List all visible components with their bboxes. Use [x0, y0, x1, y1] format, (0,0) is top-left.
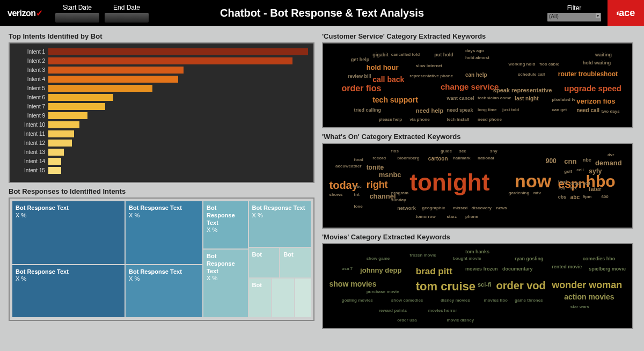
cloud-word[interactable]: upgrade speed — [564, 84, 621, 93]
cloud-word[interactable]: pixelated tv — [552, 97, 575, 102]
cloud-word[interactable]: missed — [453, 206, 468, 210]
cloud-word[interactable]: 900 — [546, 157, 557, 165]
bar[interactable] — [48, 158, 61, 165]
bar[interactable] — [48, 57, 292, 64]
cloud-word[interactable]: accuweather — [335, 164, 361, 169]
cloud-word[interactable]: two days — [601, 109, 619, 114]
bar[interactable] — [48, 67, 184, 74]
cloud-word[interactable]: just told — [502, 107, 519, 112]
cloud-word[interactable]: bloomberg — [397, 156, 419, 160]
cloud-word[interactable]: movies horror — [428, 308, 457, 313]
bar[interactable] — [48, 140, 72, 147]
bar[interactable] — [48, 85, 152, 92]
cloud-word[interactable]: game thrones — [515, 298, 543, 303]
cloud-word[interactable]: nbc — [583, 157, 591, 163]
cloud-word[interactable]: want cancel — [447, 96, 474, 101]
cloud-word[interactable]: can help — [465, 72, 487, 78]
cloud-word[interactable]: 9pm — [583, 194, 591, 199]
cloud-word[interactable]: usa 7 — [342, 266, 353, 271]
cloud-word[interactable]: cbs — [558, 194, 567, 200]
cloud-word[interactable]: fios cable — [539, 62, 559, 67]
tree-cell[interactable]: Bot — [249, 248, 280, 277]
cloud-word[interactable]: 600 — [601, 194, 608, 199]
cloud-word[interactable]: starz — [447, 214, 457, 219]
bar[interactable] — [48, 112, 87, 119]
cloud-word[interactable]: representative phone — [409, 74, 453, 78]
tree-cell[interactable]: Bot Response TextX % — [203, 250, 248, 317]
bar[interactable] — [48, 130, 74, 137]
cloud-word[interactable]: fox — [570, 186, 577, 191]
cloud-word[interactable]: phone — [465, 214, 478, 219]
cloud-word[interactable]: sunday — [391, 198, 406, 202]
bar[interactable] — [48, 48, 308, 55]
cloud-word[interactable]: later — [589, 186, 601, 192]
bar[interactable] — [48, 149, 64, 156]
cloud-word[interactable]: syfy — [589, 167, 602, 175]
cloud-word[interactable]: ryan gosling — [515, 256, 544, 261]
cloud-word[interactable]: schedule call — [518, 72, 545, 77]
cloud-word[interactable]: put hold — [434, 52, 453, 57]
cloud-word[interactable]: change service — [441, 82, 499, 91]
cloud-word[interactable]: call back — [372, 75, 404, 84]
cloud-word[interactable]: show game — [367, 256, 390, 261]
cloud-word[interactable]: via phone — [409, 117, 429, 122]
cloud-word[interactable]: record — [372, 156, 386, 160]
cloud-word[interactable]: sci-fi — [478, 281, 492, 288]
cloud-word[interactable]: order vod — [570, 181, 590, 186]
bar[interactable] — [48, 94, 113, 101]
cloud-word[interactable]: cancelled told — [391, 52, 420, 57]
cloud-word[interactable]: hold almost — [465, 55, 489, 60]
cloud-word[interactable]: geographic — [422, 206, 445, 210]
cloud-word[interactable]: rented movie — [552, 264, 582, 269]
cloud-word[interactable]: hold hour — [367, 63, 399, 71]
cloud-word[interactable]: need speak — [447, 107, 473, 113]
tree-cell[interactable]: Bot Response TextX % — [249, 201, 311, 247]
cloud-word[interactable]: working hold — [509, 62, 536, 67]
tree-cell[interactable]: Bot Response TextX % — [203, 201, 248, 248]
cloud-word[interactable]: 700 — [558, 186, 565, 191]
cloud-word[interactable]: wonder woman — [552, 280, 622, 291]
cloud-word[interactable]: waiting — [595, 52, 612, 57]
cloud-word[interactable]: brad pitt — [416, 266, 452, 277]
cloud-word[interactable]: tonight — [409, 169, 489, 196]
cloud-word[interactable]: sny — [490, 149, 497, 153]
cloud-word[interactable]: right — [367, 179, 388, 191]
cloud-word[interactable]: tom hanks — [465, 249, 489, 254]
cloud-word[interactable]: tonite — [367, 164, 384, 171]
cloud-word[interactable]: order fios — [342, 84, 382, 93]
bar[interactable] — [48, 76, 178, 83]
cloud-word[interactable]: johnny depp — [360, 266, 401, 274]
cloud-word[interactable]: action movies — [564, 292, 614, 301]
cloud-word[interactable]: review bill — [348, 74, 371, 79]
cloud-word[interactable]: golf — [564, 169, 572, 174]
cloud-word[interactable]: shows — [330, 192, 343, 197]
cloud-word[interactable]: guide — [441, 149, 452, 153]
cloud-word[interactable]: please help — [379, 117, 402, 122]
cloud-word[interactable]: can get — [552, 107, 567, 112]
cloud-word[interactable]: fios — [391, 149, 399, 153]
cloud-word[interactable]: speak representative — [493, 87, 552, 93]
cloud-word[interactable]: food — [354, 157, 363, 162]
cloud-word[interactable]: msnbc — [379, 171, 401, 179]
cloud-word[interactable]: tech support — [372, 96, 418, 104]
cloud-word[interactable]: documentary — [502, 266, 533, 272]
cloud-word[interactable]: see — [459, 149, 466, 153]
tree-cell[interactable]: Bot Response TextX % — [12, 265, 125, 318]
cloud-word[interactable]: need call — [576, 107, 599, 113]
tree-cell[interactable]: Bot Response TextX % — [126, 201, 202, 264]
cloud-word[interactable]: discovery — [471, 206, 491, 210]
cloud-word[interactable]: spielberg movie — [589, 266, 626, 272]
cloud-word[interactable]: mtv — [533, 191, 541, 195]
cloud-word[interactable]: need phone — [478, 117, 502, 122]
cloud-word[interactable]: cartoon — [428, 156, 448, 162]
tree-cell[interactable]: Bot Response TextX % — [12, 201, 125, 264]
bar[interactable] — [48, 167, 61, 174]
cloud-word[interactable]: cell — [576, 167, 583, 172]
cloud-word[interactable]: frozen movie — [409, 253, 436, 258]
tree-cell[interactable]: Bot Response TextX % — [126, 265, 202, 318]
cloud-word[interactable]: network — [397, 206, 416, 211]
cloud-word[interactable]: tom cruise — [416, 280, 475, 294]
cloud-word[interactable]: dvr — [608, 152, 614, 157]
tree-cell[interactable]: Bot — [249, 279, 271, 317]
cloud-word[interactable]: router troubleshoot — [558, 70, 618, 78]
